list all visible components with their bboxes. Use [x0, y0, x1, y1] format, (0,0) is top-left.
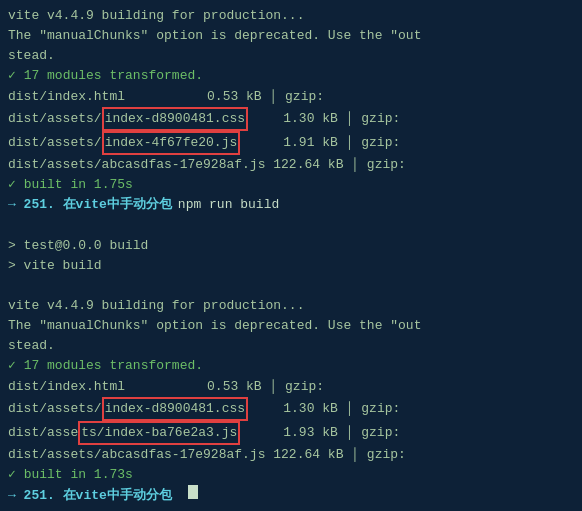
line-modules-1: ✓ 17 modules transformed. — [8, 66, 574, 86]
highlighted-css-1: index-d8900481.css — [102, 107, 248, 131]
line-vite-version-1: vite v4.4.9 building for production... — [8, 6, 574, 26]
line-deprecated-2: The "manualChunks" option is deprecated.… — [8, 316, 574, 336]
line-modules-2: ✓ 17 modules transformed. — [8, 356, 574, 376]
line-command-251-1: → 251. 在vite中手动分包 npm run build — [8, 195, 574, 215]
line-dist-css-2: dist/assets/index-d8900481.css 1.30 kB │… — [8, 397, 574, 421]
line-dist-large-1: dist/assets/abcasdfas-17e928af.js 122.64… — [8, 155, 574, 175]
line-stead-1: stead. — [8, 46, 574, 66]
highlighted-css-2: index-d8900481.css — [102, 397, 248, 421]
highlighted-js-2: ts/index-ba76e2a3.js — [78, 421, 240, 445]
line-stead-2: stead. — [8, 336, 574, 356]
line-prompt-vite: > vite build — [8, 256, 574, 276]
highlighted-js-1: index-4f67fe20.js — [102, 131, 241, 155]
line-command-251-2: → 251. 在vite中手动分包 — [8, 485, 574, 506]
terminal-window: vite v4.4.9 building for production... T… — [0, 0, 582, 511]
line-deprecated-1: The "manualChunks" option is deprecated.… — [8, 26, 574, 46]
line-dist-index-1: dist/index.html 0.53 kB │ gzip: — [8, 87, 574, 107]
line-dist-css-1: dist/assets/index-d8900481.css 1.30 kB │… — [8, 107, 574, 131]
line-dist-large-2: dist/assets/abcasdfas-17e928af.js 122.64… — [8, 445, 574, 465]
blank-separator-1 — [8, 215, 574, 235]
blank-separator-2 — [8, 276, 574, 296]
line-dist-js-1: dist/assets/index-4f67fe20.js 1.91 kB │ … — [8, 131, 574, 155]
line-vite-version-2: vite v4.4.9 building for production... — [8, 296, 574, 316]
line-built-1: ✓ built in 1.75s — [8, 175, 574, 195]
line-prompt-build: > test@0.0.0 build — [8, 236, 574, 256]
line-built-2: ✓ built in 1.73s — [8, 465, 574, 485]
line-dist-js-2: dist/assets/index-ba76e2a3.js 1.93 kB │ … — [8, 421, 574, 445]
terminal-cursor — [188, 485, 198, 499]
line-dist-index-2: dist/index.html 0.53 kB │ gzip: — [8, 377, 574, 397]
